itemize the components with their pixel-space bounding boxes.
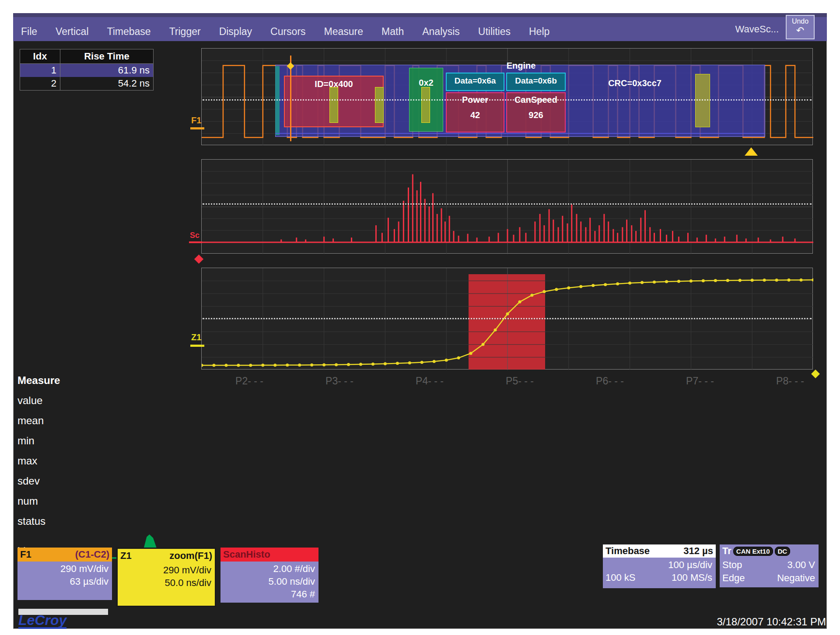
can-data-byte2-box[interactable]: Data=0x6b xyxy=(506,73,566,91)
frame-underline xyxy=(275,133,765,134)
menu-bar: File Vertical Timebase Trigger Display C… xyxy=(13,13,827,41)
can-message-name-label: Engine xyxy=(477,61,565,71)
signal-canspeed-value: 926 xyxy=(507,110,565,120)
timebase-title: Timebase xyxy=(606,545,650,557)
menu-measure[interactable]: Measure xyxy=(324,26,363,38)
row2-value: 54.2 ns xyxy=(60,77,153,90)
undo-arrow-icon: ↶ xyxy=(787,25,814,36)
can-data-byte2-label: Data=0x6b xyxy=(507,76,565,86)
row2-idx: 2 xyxy=(20,77,60,90)
can-ack-bar xyxy=(695,74,710,127)
scanhisto-label-underline xyxy=(189,241,202,243)
z1-descriptor-name: Z1 xyxy=(120,550,132,562)
menu-display[interactable]: Display xyxy=(219,26,252,38)
menu-analysis[interactable]: Analysis xyxy=(422,26,460,38)
trigger-coupling-badge: DC xyxy=(775,547,791,556)
can-crc-label: CRC=0x3cc7 xyxy=(582,78,687,88)
timebase-tdiv: 100 µs/div xyxy=(606,558,712,571)
trigger-descriptor-box[interactable]: Tr CAN Ext10 DC Stop 3.00 V Edge Negativ… xyxy=(720,544,819,587)
trigger-mode: Stop xyxy=(722,558,742,572)
timebase-descriptor-box[interactable]: Timebase 312 µs 100 µs/div 100 kS 100 MS… xyxy=(603,544,716,587)
param-slot-p6[interactable]: P6- - - xyxy=(596,375,624,387)
scanhisto-descriptor-box[interactable]: ScanHisto 2.00 #/div 5.00 ns/div 746 # xyxy=(220,548,318,602)
f1-trace-label[interactable]: F1 xyxy=(191,115,201,126)
f1-descriptor-box[interactable]: F1 (C1-C2) 290 mV/div 63 µs/div xyxy=(18,548,112,599)
can-data-byte1-label: Data=0x6a xyxy=(447,76,504,86)
scanhisto-trace-label[interactable]: Sc xyxy=(190,231,200,240)
scanhisto-descriptor-name: ScanHisto xyxy=(223,549,270,560)
trigger-slope: Negative xyxy=(777,572,815,585)
scanhisto-tdiv: 5.00 ns/div xyxy=(223,575,315,588)
timebase-samples: 100 kS xyxy=(606,571,636,584)
param-slot-p7[interactable]: P7- - - xyxy=(686,375,714,387)
can-stuff-bit-bar xyxy=(421,87,430,123)
wavescan-window-title[interactable]: WaveSc... xyxy=(735,24,779,35)
menu-trigger[interactable]: Trigger xyxy=(169,26,201,38)
scanhisto-vdiv: 2.00 #/div xyxy=(223,562,315,575)
can-sof-bar xyxy=(275,66,280,135)
lecroy-logo: LeCroy xyxy=(18,613,66,629)
can-data-byte1-box[interactable]: Data=0x6a xyxy=(446,73,504,91)
can-signal-canspeed-box[interactable]: CanSpeed 926 xyxy=(506,92,566,133)
measure-title: Measure xyxy=(18,374,60,387)
menu-help[interactable]: Help xyxy=(529,26,550,38)
menu-timebase[interactable]: Timebase xyxy=(107,26,151,38)
grid-z1-zoom-trace[interactable] xyxy=(201,268,813,370)
trigger-level: 3.00 V xyxy=(787,558,815,572)
timebase-delay: 312 µs xyxy=(683,545,713,557)
scanhisto-plot xyxy=(202,160,813,254)
menu-vertical[interactable]: Vertical xyxy=(56,26,88,38)
menu-file[interactable]: File xyxy=(21,26,37,38)
results-col-idx: Idx xyxy=(20,49,60,63)
z1-vdiv: 290 mV/div xyxy=(120,564,211,576)
f1-vdiv: 290 mV/div xyxy=(20,562,108,575)
grid-scanhisto-trace[interactable] xyxy=(201,159,813,254)
trigger-position-marker[interactable] xyxy=(745,147,758,156)
f1-tdiv: 63 µs/div xyxy=(20,575,108,588)
can-signal-power-box[interactable]: Power 42 xyxy=(446,92,504,133)
table-row[interactable]: 1 61.9 ns xyxy=(20,64,153,77)
results-col-risetime: Rise Time xyxy=(60,49,153,63)
trigger-source-badge: CAN Ext10 xyxy=(733,547,773,556)
trigger-type: Edge xyxy=(722,572,745,585)
can-stuff-bit-bar xyxy=(329,87,338,123)
signal-power-value: 42 xyxy=(447,110,504,120)
param-slot-p2[interactable]: P2- - - xyxy=(235,375,263,387)
grid-f1-can-trace[interactable]: ID=0x400 0x2 Engine Data=0x6a Data=0x6b … xyxy=(201,48,813,145)
z1-trace-label[interactable]: Z1 xyxy=(191,332,201,342)
timebase-rate: 100 MS/s xyxy=(672,571,712,584)
param-slot-p5[interactable]: P5- - - xyxy=(506,375,534,387)
z1-descriptor-source: zoom(F1) xyxy=(169,550,212,562)
table-row[interactable]: 2 54.2 ns xyxy=(20,77,153,90)
scanhisto-level-dotted-line xyxy=(203,203,812,205)
can-stuff-bit-bar xyxy=(375,87,384,123)
trigger-title: Tr xyxy=(722,545,732,557)
f1-trace-label-underline xyxy=(190,127,204,129)
undo-button-label: Undo xyxy=(787,17,814,25)
undo-button[interactable]: Undo ↶ xyxy=(786,15,815,39)
f1-descriptor-name: F1 xyxy=(20,549,32,560)
z1-level-dotted-line xyxy=(203,318,812,319)
menu-cursors[interactable]: Cursors xyxy=(270,26,306,38)
datetime-display: 3/18/2007 10:42:31 PM xyxy=(717,616,826,628)
results-table-header: Idx Rise Time xyxy=(20,49,153,64)
wavescan-results-table: Idx Rise Time 1 61.9 ns 2 54.2 ns xyxy=(20,49,154,91)
row1-idx: 1 xyxy=(20,64,60,77)
can-dlc-label: 0x2 xyxy=(410,78,443,88)
menu-utilities[interactable]: Utilities xyxy=(478,26,511,38)
scanhisto-count: 746 # xyxy=(223,588,315,600)
param-slot-p3[interactable]: P3- - - xyxy=(326,375,354,387)
param-slot-p8[interactable]: P8- - - xyxy=(776,375,804,387)
f1-descriptor-source: (C1-C2) xyxy=(75,549,109,560)
z1-descriptor-box-selected[interactable]: Z1 zoom(F1) 290 mV/div 50.0 ns/div xyxy=(116,548,216,607)
param-slot-p4[interactable]: P4- - - xyxy=(416,375,444,387)
menu-math[interactable]: Math xyxy=(382,26,404,38)
f1-level-dotted-line xyxy=(203,99,812,101)
row1-value: 61.9 ns xyxy=(60,64,153,77)
z1-tdiv: 50.0 ns/div xyxy=(120,576,211,589)
oscilloscope-screen-frame: File Vertical Timebase Trigger Display C… xyxy=(0,0,840,635)
